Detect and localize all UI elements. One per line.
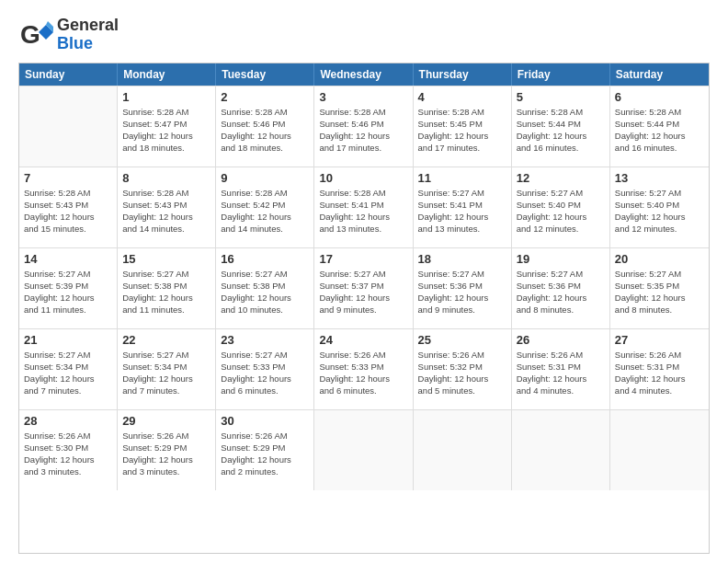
- day-info: Sunrise: 5:28 AM Sunset: 5:45 PM Dayligh…: [418, 106, 506, 155]
- weekday-header-wednesday: Wednesday: [314, 63, 413, 86]
- day-info: Sunrise: 5:27 AM Sunset: 5:34 PM Dayligh…: [122, 349, 210, 397]
- day-info: Sunrise: 5:27 AM Sunset: 5:34 PM Dayligh…: [24, 349, 112, 397]
- day-info: Sunrise: 5:28 AM Sunset: 5:42 PM Dayligh…: [221, 187, 309, 236]
- weekday-header-friday: Friday: [512, 63, 610, 86]
- calendar-week-4: 21Sunrise: 5:27 AM Sunset: 5:34 PM Dayli…: [19, 328, 709, 409]
- calendar-week-5: 28Sunrise: 5:26 AM Sunset: 5:30 PM Dayli…: [19, 409, 709, 490]
- day-number: 9: [221, 171, 309, 185]
- calendar-cell: 13Sunrise: 5:27 AM Sunset: 5:40 PM Dayli…: [610, 167, 709, 247]
- day-number: 17: [319, 252, 407, 266]
- calendar-cell: 24Sunrise: 5:26 AM Sunset: 5:33 PM Dayli…: [314, 329, 413, 409]
- calendar-cell: [19, 86, 118, 167]
- day-number: 3: [319, 90, 407, 104]
- calendar-cell: 28Sunrise: 5:26 AM Sunset: 5:30 PM Dayli…: [19, 410, 118, 490]
- calendar-header: SundayMondayTuesdayWednesdayThursdayFrid…: [19, 63, 709, 86]
- calendar-cell: [314, 410, 413, 490]
- day-number: 24: [319, 333, 407, 347]
- day-number: 18: [418, 252, 506, 266]
- calendar-week-3: 14Sunrise: 5:27 AM Sunset: 5:39 PM Dayli…: [19, 247, 709, 328]
- calendar-cell: 20Sunrise: 5:27 AM Sunset: 5:35 PM Dayli…: [610, 248, 709, 328]
- day-number: 1: [122, 90, 210, 104]
- calendar-cell: 29Sunrise: 5:26 AM Sunset: 5:29 PM Dayli…: [118, 410, 216, 490]
- calendar: SundayMondayTuesdayWednesdayThursdayFrid…: [18, 63, 710, 554]
- calendar-cell: 23Sunrise: 5:27 AM Sunset: 5:33 PM Dayli…: [216, 329, 314, 409]
- calendar-cell: 9Sunrise: 5:28 AM Sunset: 5:42 PM Daylig…: [216, 167, 314, 247]
- calendar-cell: 1Sunrise: 5:28 AM Sunset: 5:47 PM Daylig…: [118, 86, 216, 167]
- calendar-cell: 3Sunrise: 5:28 AM Sunset: 5:46 PM Daylig…: [314, 86, 413, 167]
- day-number: 10: [319, 171, 407, 185]
- day-number: 6: [615, 90, 704, 104]
- day-number: 23: [221, 333, 309, 347]
- day-info: Sunrise: 5:27 AM Sunset: 5:38 PM Dayligh…: [221, 268, 309, 316]
- weekday-header-tuesday: Tuesday: [216, 63, 314, 86]
- day-info: Sunrise: 5:26 AM Sunset: 5:32 PM Dayligh…: [418, 349, 506, 397]
- day-number: 21: [24, 333, 112, 347]
- svg-text:G: G: [20, 20, 40, 49]
- day-info: Sunrise: 5:28 AM Sunset: 5:46 PM Dayligh…: [221, 106, 309, 155]
- day-number: 8: [122, 171, 210, 185]
- day-number: 11: [418, 171, 506, 185]
- day-info: Sunrise: 5:27 AM Sunset: 5:41 PM Dayligh…: [418, 187, 506, 236]
- calendar-cell: 27Sunrise: 5:26 AM Sunset: 5:31 PM Dayli…: [610, 329, 709, 409]
- calendar-cell: 15Sunrise: 5:27 AM Sunset: 5:38 PM Dayli…: [118, 248, 216, 328]
- day-info: Sunrise: 5:27 AM Sunset: 5:39 PM Dayligh…: [24, 268, 112, 316]
- calendar-cell: 12Sunrise: 5:27 AM Sunset: 5:40 PM Dayli…: [512, 167, 610, 247]
- day-info: Sunrise: 5:28 AM Sunset: 5:43 PM Dayligh…: [24, 187, 112, 236]
- day-info: Sunrise: 5:26 AM Sunset: 5:33 PM Dayligh…: [319, 349, 407, 397]
- day-number: 20: [615, 252, 704, 266]
- calendar-cell: 17Sunrise: 5:27 AM Sunset: 5:37 PM Dayli…: [314, 248, 413, 328]
- calendar-cell: [610, 410, 709, 490]
- day-info: Sunrise: 5:26 AM Sunset: 5:29 PM Dayligh…: [221, 430, 309, 478]
- weekday-header-thursday: Thursday: [414, 63, 512, 86]
- day-number: 13: [615, 171, 704, 185]
- day-info: Sunrise: 5:28 AM Sunset: 5:41 PM Dayligh…: [319, 187, 407, 236]
- day-info: Sunrise: 5:27 AM Sunset: 5:38 PM Dayligh…: [122, 268, 210, 316]
- calendar-cell: 25Sunrise: 5:26 AM Sunset: 5:32 PM Dayli…: [414, 329, 512, 409]
- day-info: Sunrise: 5:26 AM Sunset: 5:29 PM Dayligh…: [122, 430, 210, 478]
- calendar-cell: 16Sunrise: 5:27 AM Sunset: 5:38 PM Dayli…: [216, 248, 314, 328]
- day-number: 5: [517, 90, 605, 104]
- day-number: 30: [221, 414, 309, 428]
- day-number: 28: [24, 414, 112, 428]
- day-number: 26: [517, 333, 605, 347]
- calendar-cell: 10Sunrise: 5:28 AM Sunset: 5:41 PM Dayli…: [314, 167, 413, 247]
- calendar-cell: 14Sunrise: 5:27 AM Sunset: 5:39 PM Dayli…: [19, 248, 118, 328]
- logo-general-text: General: [57, 17, 119, 35]
- calendar-cell: 8Sunrise: 5:28 AM Sunset: 5:43 PM Daylig…: [118, 167, 216, 247]
- calendar-week-2: 7Sunrise: 5:28 AM Sunset: 5:43 PM Daylig…: [19, 167, 709, 247]
- logo-icon: G: [18, 17, 53, 52]
- page: G General Blue SundayMondayTuesdayWednes…: [0, 0, 728, 563]
- day-info: Sunrise: 5:28 AM Sunset: 5:44 PM Dayligh…: [615, 106, 704, 155]
- day-number: 15: [122, 252, 210, 266]
- day-info: Sunrise: 5:27 AM Sunset: 5:36 PM Dayligh…: [517, 268, 605, 316]
- weekday-header-monday: Monday: [118, 63, 216, 86]
- day-info: Sunrise: 5:28 AM Sunset: 5:44 PM Dayligh…: [517, 106, 605, 155]
- logo: G General Blue: [18, 17, 119, 53]
- calendar-cell: 4Sunrise: 5:28 AM Sunset: 5:45 PM Daylig…: [414, 86, 512, 167]
- calendar-cell: 21Sunrise: 5:27 AM Sunset: 5:34 PM Dayli…: [19, 329, 118, 409]
- weekday-header-sunday: Sunday: [19, 63, 118, 86]
- day-number: 19: [517, 252, 605, 266]
- day-number: 2: [221, 90, 309, 104]
- day-info: Sunrise: 5:28 AM Sunset: 5:43 PM Dayligh…: [122, 187, 210, 236]
- calendar-cell: 6Sunrise: 5:28 AM Sunset: 5:44 PM Daylig…: [610, 86, 709, 167]
- calendar-cell: 30Sunrise: 5:26 AM Sunset: 5:29 PM Dayli…: [216, 410, 314, 490]
- day-number: 25: [418, 333, 506, 347]
- calendar-cell: 11Sunrise: 5:27 AM Sunset: 5:41 PM Dayli…: [414, 167, 512, 247]
- calendar-cell: [414, 410, 512, 490]
- day-number: 22: [122, 333, 210, 347]
- logo-name: General Blue: [57, 17, 119, 53]
- logo-blue-text: Blue: [57, 35, 119, 53]
- day-number: 16: [221, 252, 309, 266]
- day-number: 7: [24, 171, 112, 185]
- day-info: Sunrise: 5:27 AM Sunset: 5:37 PM Dayligh…: [319, 268, 407, 316]
- calendar-cell: 18Sunrise: 5:27 AM Sunset: 5:36 PM Dayli…: [414, 248, 512, 328]
- day-info: Sunrise: 5:27 AM Sunset: 5:36 PM Dayligh…: [418, 268, 506, 316]
- calendar-cell: 19Sunrise: 5:27 AM Sunset: 5:36 PM Dayli…: [512, 248, 610, 328]
- day-info: Sunrise: 5:27 AM Sunset: 5:40 PM Dayligh…: [517, 187, 605, 236]
- calendar-cell: 22Sunrise: 5:27 AM Sunset: 5:34 PM Dayli…: [118, 329, 216, 409]
- header: G General Blue: [18, 17, 710, 53]
- day-number: 4: [418, 90, 506, 104]
- day-info: Sunrise: 5:27 AM Sunset: 5:35 PM Dayligh…: [615, 268, 704, 316]
- calendar-cell: 2Sunrise: 5:28 AM Sunset: 5:46 PM Daylig…: [216, 86, 314, 167]
